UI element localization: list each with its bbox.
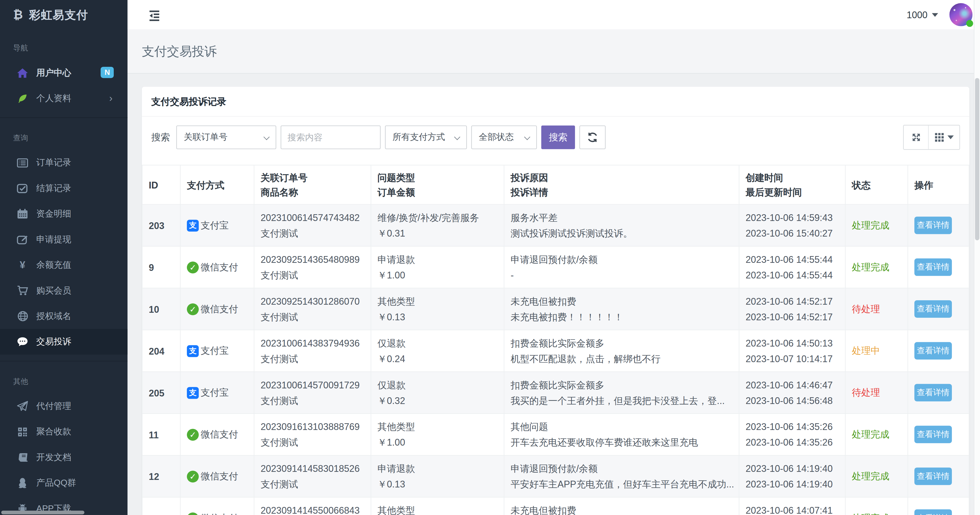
cell-time: 2023-10-06 14:59:432023-10-06 15:40:27 [739,204,845,246]
online-status-dot [966,20,973,27]
cell-id: 205 [142,372,180,414]
cell-status: 处理完成 [845,204,908,246]
status-badge: 待处理 [852,303,880,314]
cell-time: 2023-10-06 14:35:262023-10-06 14:35:26 [739,414,845,455]
sidebar-item-aggregate-collection[interactable]: 聚合收款 [0,419,127,444]
cell-issue: 其他类型￥1.00 [371,414,504,455]
cell-status: 处理完成 [845,497,908,515]
payment-icon [187,345,199,357]
sidebar-item-label: 购买会员 [36,285,71,296]
balance-value: 1000 [907,10,928,20]
sidebar-item-settlement-records[interactable]: 结算记录 [0,176,127,201]
refresh-button[interactable] [579,125,606,149]
fullscreen-button[interactable] [904,125,929,149]
user-avatar[interactable] [949,3,972,26]
col-header-id: ID [142,165,180,204]
payment-icon [187,261,199,273]
sidebar-item-order-records[interactable]: 订单记录 [0,150,127,175]
table-tools [903,125,960,150]
view-detail-button[interactable]: 查看详情 [915,467,952,485]
cell-actions: 查看详情 [908,246,969,288]
cell-time: 2023-10-06 14:50:132023-10-07 10:14:17 [739,330,845,372]
brand-logo[interactable]: ₿ 彩虹易支付 [0,0,127,29]
table-header-row: ID 支付方式 关联订单号商品名称 问题类型订单金额 投诉原因投诉详情 创建时间… [142,165,969,204]
sidebar-item-label: 聚合收款 [36,426,71,437]
cell-reason: 扣费金额比实际金额多机型不匹配退款，点击，解绑也不行 [504,330,739,372]
cell-issue: 申请退款￥0.13 [371,455,504,497]
cell-status: 处理完成 [845,246,908,288]
brand-name: 彩虹易支付 [29,7,89,22]
cell-order: 2023100614570091729支付测试 [254,372,371,414]
cell-reason: 未充电但被扣费未充电被扣费！！！！！！ [504,288,739,330]
vertical-scrollbar-thumb[interactable] [975,78,980,240]
sidebar-item-label: 交易投诉 [36,336,71,347]
cart-icon [17,285,28,296]
status-value: 全部状态 [479,132,514,143]
sidebar-item-buy-membership[interactable]: 购买会员 [0,278,127,303]
paytype-select[interactable]: 所有支付方式 [385,125,467,149]
cell-order: 2023100614383794936支付测试 [254,330,371,372]
caret-down-icon [932,13,938,16]
panel-title: 支付交易投诉记录 [142,87,969,117]
table-row: 12 微信支付 2023091414583018526支付测试 申请退款￥0.1… [142,455,969,497]
table-row: 10 微信支付 2023092514301286070支付测试 其他类型￥0.1… [142,288,969,330]
col-header-actions: 操作 [908,165,969,204]
sidebar-section-nav: 导航 [0,34,127,60]
chevron-down-icon [263,134,270,140]
col-header-reason: 投诉原因投诉详情 [504,165,739,204]
sidebar-item-authorized-domains[interactable]: 授权域名 [0,303,127,329]
sidebar-item-fund-details[interactable]: 资金明细 [0,201,127,227]
payment-label: 微信支付 [201,512,238,515]
sidebar-item-dev-docs[interactable]: 开发文档 [0,445,127,470]
payment-label: 微信支付 [201,470,238,482]
balance-dropdown[interactable]: 1000 [907,10,938,20]
payment-icon [187,219,199,231]
qq-icon [17,477,28,488]
view-detail-button[interactable]: 查看详情 [915,258,952,276]
search-input[interactable] [281,125,380,149]
cell-time: 2023-10-06 14:46:472023-10-06 14:56:48 [739,372,845,414]
sidebar-item-transaction-complaints[interactable]: 交易投诉 [0,329,127,354]
sidebar-item-profile[interactable]: 个人资料 › [0,86,127,111]
view-detail-button[interactable]: 查看详情 [915,342,952,360]
cell-paytype: 微信支付 [180,414,254,455]
edit-icon [17,234,28,245]
cell-time: 2023-10-06 14:19:402023-10-06 14:19:40 [739,455,845,497]
view-detail-button[interactable]: 查看详情 [915,217,952,234]
horizontal-scrollbar[interactable] [1,510,84,514]
sidebar-item-withdraw[interactable]: 申请提现 [0,227,127,252]
sidebar-item-payout-management[interactable]: 代付管理 [0,393,127,419]
sidebar-item-recharge[interactable]: ¥ 余额充值 [0,252,127,278]
content-area: 支付交易投诉记录 搜索 关联订单号 所有支付方式 全部状态 搜索 [127,74,980,515]
vertical-scrollbar[interactable] [974,0,980,515]
cell-id: 10 [142,288,180,330]
view-detail-button[interactable]: 查看详情 [915,300,952,318]
page-title-band: 支付交易投诉 [127,29,980,74]
sidebar-item-label: 余额充值 [36,260,71,271]
sidebar-item-label: 个人资料 [36,93,71,104]
cell-status: 待处理 [845,372,908,414]
topbar: 1000 [127,0,980,29]
status-select[interactable]: 全部状态 [471,125,537,149]
sidebar-collapse-icon[interactable] [147,7,162,22]
cell-issue: 仅退款￥0.32 [371,372,504,414]
sidebar-item-label: 订单记录 [36,157,71,168]
search-field-select[interactable]: 关联订单号 [176,125,276,149]
payment-icon [187,428,199,441]
search-button[interactable]: 搜索 [541,125,575,149]
view-detail-button[interactable]: 查看详情 [915,509,952,515]
view-detail-button[interactable]: 查看详情 [915,384,952,401]
cell-reason: 申请退回预付款/余额- [504,246,739,288]
status-badge: 处理完成 [852,219,889,230]
status-badge: 处理完成 [852,428,889,439]
cell-paytype: 支付宝 [180,204,254,246]
sidebar-item-user-center[interactable]: 用户中心 N [0,60,127,86]
new-badge: N [101,67,114,78]
sidebar-item-product-qq-group[interactable]: 产品QQ群 [0,470,127,496]
view-detail-button[interactable]: 查看详情 [915,426,952,443]
columns-button[interactable] [929,125,959,149]
sidebar-item-label: 代付管理 [36,400,71,412]
cell-reason: 服务水平差测试投诉测试投诉测试投诉。 [504,204,739,246]
cell-issue: 维修/换货/补发/完善服务￥0.31 [371,204,504,246]
app-window: ₿ 彩虹易支付 导航 用户中心 N 个人资料 › 查询 [0,0,980,515]
